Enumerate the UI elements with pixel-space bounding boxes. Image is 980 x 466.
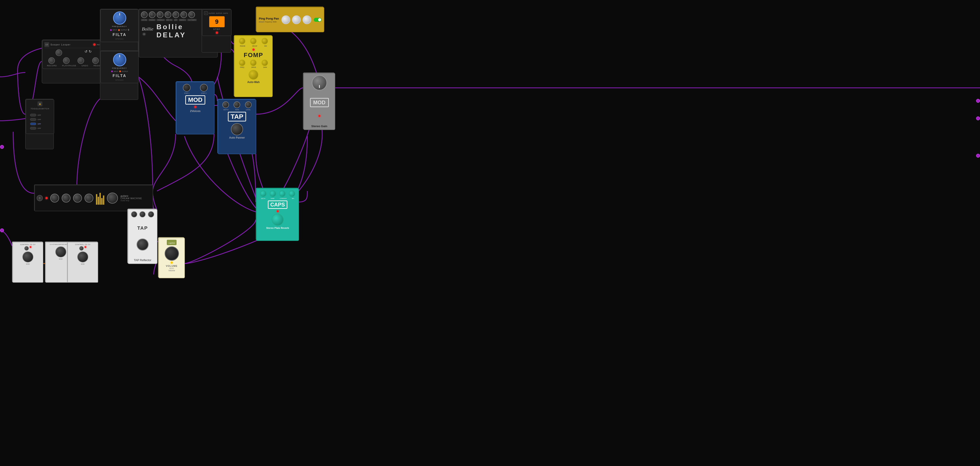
tap-auto-panner-pedal: DEPTH RATE LEVEL TAP Auto Panner	[217, 99, 256, 154]
delay-btn-1[interactable]: LFO ON	[141, 19, 148, 21]
reverb-knob-3[interactable]	[279, 191, 286, 197]
ctrl-cv1-title: CONTROL TO CV	[20, 244, 35, 245]
volume-name: Volume	[169, 269, 175, 272]
pp-label-amount: Amount	[259, 21, 264, 22]
cm-knob-3[interactable]	[73, 194, 82, 202]
panner-knob-3[interactable]	[245, 102, 251, 108]
toggle-item-4[interactable]: OFF	[30, 127, 50, 130]
toggle-switch-label: TOGGLESWITCH	[31, 108, 49, 110]
mod-2voices-mod-label: MOD	[185, 95, 205, 105]
auto-wah-label: Auto-Wah	[247, 81, 259, 84]
pp-knob-1[interactable]	[282, 15, 290, 24]
cm-knob-1[interactable]	[50, 194, 59, 202]
reverb-knob-4[interactable]	[289, 191, 295, 197]
reverb-main-knob[interactable]	[272, 214, 284, 226]
record-label: RECORD	[47, 65, 57, 67]
cv1-main-knob[interactable]	[22, 251, 33, 262]
cv1-knob-1[interactable]	[24, 246, 29, 251]
filta1-input-dot	[110, 29, 112, 31]
wah-main-knob[interactable]	[248, 70, 258, 80]
volume-label: VOLUME	[166, 265, 177, 267]
toggle-3[interactable]	[30, 122, 36, 125]
sooper-knob-1[interactable]	[56, 49, 62, 56]
undo-knob[interactable]	[78, 57, 84, 64]
panner-knob-2[interactable]	[234, 102, 240, 108]
filta1-output-dot	[118, 29, 120, 31]
reflector-name: TAP Reflector	[134, 258, 151, 262]
cv2-knob-1[interactable]	[79, 246, 84, 251]
delay-btn-3[interactable]: TREMOLO	[156, 19, 165, 21]
pp-knob-3[interactable]	[302, 15, 311, 24]
toggle-4[interactable]	[30, 127, 36, 130]
cv2-main-knob[interactable]	[77, 251, 88, 262]
volume-knob[interactable]	[165, 247, 179, 261]
wah-knob-1[interactable]	[239, 38, 245, 45]
toggle-item-3[interactable]: OFF	[30, 122, 50, 125]
reverb-knob-2[interactable]	[270, 191, 276, 197]
cvatt-main-knob[interactable]	[55, 247, 66, 258]
pp-toggle[interactable]	[314, 18, 321, 22]
delay-btn-5[interactable]: LPF	[173, 19, 178, 21]
pp-label-freq: Frequency	[265, 21, 272, 22]
reverb-label-decay: DECAY	[261, 198, 266, 199]
cm-knob-4[interactable]	[84, 194, 93, 202]
reverb-name: Stereo Plate Reverb	[266, 227, 289, 229]
delay-btn-2[interactable]: STEREO	[148, 19, 156, 21]
cv1-mod-label: MOD	[26, 263, 30, 265]
toggle-1[interactable]	[30, 114, 36, 116]
wah-label-gain: GAIN	[263, 67, 267, 68]
delay-knob-1[interactable]	[141, 11, 148, 18]
bollie-title: Bollie	[142, 26, 153, 32]
wah-knob-2[interactable]	[250, 38, 257, 45]
playpause-knob[interactable]	[63, 57, 70, 64]
delay-knob-4[interactable]	[165, 11, 171, 18]
cm-knob-2[interactable]	[62, 194, 70, 202]
panner-main-knob[interactable]	[231, 123, 243, 135]
cm-volume-knob[interactable]	[107, 192, 118, 204]
record-knob[interactable]	[48, 57, 55, 64]
filta2-freq-knob[interactable]	[113, 53, 126, 66]
delay-knob-7[interactable]	[188, 11, 195, 18]
wah-knob-5[interactable]	[250, 59, 257, 66]
stereo-gain-knob[interactable]	[312, 75, 327, 91]
pp-knob-2[interactable]	[292, 15, 301, 24]
voices-knob-2[interactable]	[200, 84, 208, 92]
ping-pong-pedal: Ping Pong Pan Amount Frequency Width	[256, 6, 324, 32]
panner-knob-1[interactable]	[223, 102, 229, 108]
voices-knob-1[interactable]	[183, 84, 191, 92]
pp-label-width: Width	[273, 21, 277, 22]
filta1-freq-knob[interactable]	[113, 11, 126, 25]
reflector-knob-2[interactable]	[139, 211, 146, 218]
toggle-item-1[interactable]: OFF	[30, 114, 50, 116]
filta2-name: FILTA	[113, 73, 126, 78]
filta1-display: 9	[128, 29, 129, 31]
delay-knob-3[interactable]	[157, 11, 163, 18]
toggle-2[interactable]	[30, 118, 36, 121]
delay-btn-4[interactable]: MOF ON	[166, 19, 173, 21]
caps-label: CAPS	[268, 200, 287, 209]
reflector-knob-1[interactable]	[131, 211, 137, 218]
delay-knob-2[interactable]	[149, 11, 156, 18]
reverb-knob-1[interactable]	[260, 191, 267, 197]
delay-btn-6[interactable]: UNMOD L	[179, 19, 187, 21]
wah-led	[253, 49, 255, 51]
playpause-label: PLAY/PAUSE	[62, 65, 76, 67]
delay-knob-6[interactable]	[180, 11, 187, 18]
wah-knob-4[interactable]	[239, 59, 245, 66]
delay-btn-7[interactable]: CLK TEMPO	[187, 19, 197, 21]
redo-label: REDO	[94, 65, 100, 67]
wah-knob-6[interactable]	[261, 59, 268, 66]
ctrl-cv-2-pedal: CONTROL TO CV MOD	[67, 242, 98, 282]
step-label: STEP	[213, 28, 220, 30]
mod-volume-pedal: LogoMod VOLUME MOD Volume	[158, 237, 185, 278]
sooper-looper-title: Sooper Looper	[51, 43, 71, 46]
delay-knob-5[interactable]	[173, 11, 179, 18]
cv1-led	[30, 246, 32, 248]
tap-reflector-pedal: TAP TAP Reflector	[127, 208, 157, 264]
cm-model: CREAM MACHINE	[121, 197, 142, 200]
toggle-item-2[interactable]: OFF	[30, 118, 50, 121]
redo-knob[interactable]	[92, 57, 99, 64]
wah-knob-3[interactable]	[261, 38, 268, 45]
reflector-main-knob[interactable]	[137, 239, 149, 251]
reflector-knob-3[interactable]	[148, 211, 154, 218]
